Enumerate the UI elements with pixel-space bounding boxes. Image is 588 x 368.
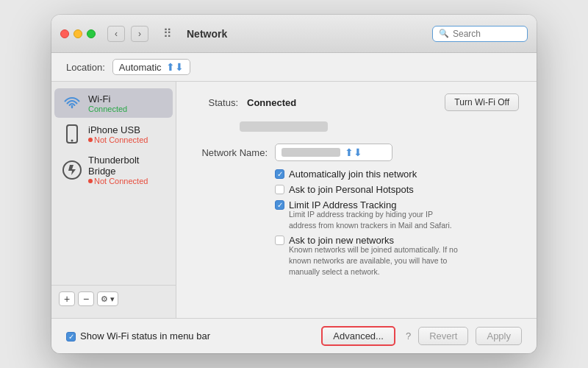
thunderbolt-item-text: Thunderbolt Bridge Not Connected — [88, 155, 165, 185]
advanced-button[interactable]: Advanced... — [321, 326, 395, 346]
chevron-icon: ⬆⬇ — [166, 61, 184, 73]
auto-join-checkbox[interactable]: ✓ — [275, 169, 284, 179]
traffic-lights — [60, 29, 96, 38]
personal-hotspots-label: Ask to join Personal Hotspots — [289, 184, 414, 195]
turn-wifi-off-button[interactable]: Turn Wi-Fi Off — [445, 93, 519, 111]
minimize-button[interactable] — [74, 29, 82, 38]
remove-network-button[interactable]: − — [78, 291, 94, 306]
location-label: Location: — [66, 62, 105, 73]
personal-hotspots-checkbox[interactable] — [275, 185, 284, 194]
network-name-field[interactable]: ⬆⬇ — [275, 144, 392, 161]
status-row: Status: Connected Turn Wi-Fi Off — [194, 93, 519, 111]
close-button[interactable] — [60, 29, 69, 38]
search-box[interactable]: 🔍 — [432, 26, 528, 42]
search-input[interactable] — [453, 29, 521, 39]
wifi-name: Wi-Fi — [88, 93, 127, 105]
ask-new-sublabel: Known networks will be joined automatica… — [289, 244, 519, 277]
add-network-button[interactable]: + — [59, 291, 75, 306]
sidebar-item-wifi[interactable]: Wi-Fi Connected — [54, 88, 173, 118]
auto-join-label: Automatically join this network — [289, 169, 417, 180]
location-bar: Location: Automatic ⬆⬇ — [51, 53, 537, 82]
checkbox-personal-hotspots[interactable]: Ask to join Personal Hotspots — [275, 184, 519, 195]
sidebar: Wi-Fi Connected iPhone USB — [51, 82, 176, 318]
ip-row — [240, 121, 519, 136]
apply-button[interactable]: Apply — [476, 327, 522, 345]
search-icon: 🔍 — [439, 29, 449, 38]
limit-ip-sublabel: Limit IP address tracking by hiding your… — [289, 209, 519, 230]
iphone-usb-status: Not Connected — [88, 135, 148, 144]
network-name-label: Network Name: — [194, 147, 268, 158]
main-body: Location: Automatic ⬆⬇ — [51, 53, 537, 353]
network-name-blurred — [282, 148, 340, 157]
status-value: Connected — [247, 97, 296, 108]
disconnected-dot — [88, 138, 93, 142]
svg-rect-2 — [70, 124, 74, 126]
checkbox-ask-new-row: Ask to join new networks Known networks … — [275, 235, 519, 277]
network-name-row: Network Name: ⬆⬇ — [194, 144, 519, 161]
checkbox-personal-hotspots-row: Ask to join Personal Hotspots — [275, 184, 519, 195]
show-status-row[interactable]: ✓ Show Wi-Fi status in menu bar — [66, 330, 210, 342]
network-preferences-window: ‹ › ⠿ Network 🔍 Location: Automatic ⬆⬇ — [51, 15, 537, 353]
ask-new-checkbox[interactable] — [275, 236, 284, 245]
revert-button[interactable]: Revert — [418, 327, 468, 345]
detail-panel: Status: Connected Turn Wi-Fi Off Network… — [176, 82, 537, 318]
help-icon[interactable]: ? — [406, 330, 411, 342]
location-dropdown[interactable]: Automatic ⬆⬇ — [112, 59, 190, 75]
gear-button[interactable]: ⚙ ▾ — [97, 291, 118, 306]
forward-button[interactable]: › — [131, 26, 148, 42]
checkbox-auto-join-row: ✓ Automatically join this network — [275, 169, 519, 180]
sidebar-item-thunderbolt[interactable]: Thunderbolt Bridge Not Connected — [54, 150, 173, 190]
back-button[interactable]: ‹ — [107, 26, 125, 42]
thunderbolt-icon — [62, 160, 82, 180]
maximize-button[interactable] — [87, 29, 96, 38]
network-dropdown-icon: ⬆⬇ — [345, 146, 362, 158]
status-label: Status: — [194, 97, 238, 108]
show-status-label: Show Wi-Fi status in menu bar — [80, 330, 210, 342]
bottom-bar: ✓ Show Wi-Fi status in menu bar Advanced… — [51, 318, 537, 353]
thunderbolt-status: Not Connected — [88, 177, 165, 185]
checkbox-limit-ip-row: ✓ Limit IP Address Tracking Limit IP add… — [275, 199, 519, 230]
wifi-item-text: Wi-Fi Connected — [88, 93, 127, 113]
ip-address-blurred — [240, 121, 328, 132]
titlebar: ‹ › ⠿ Network 🔍 — [51, 15, 537, 53]
iphone-usb-name: iPhone USB — [88, 124, 148, 135]
sidebar-footer: + − ⚙ ▾ — [51, 285, 176, 312]
checkbox-section: ✓ Automatically join this network Ask to… — [275, 169, 519, 277]
grid-icon: ⠿ — [157, 26, 178, 42]
limit-ip-checkbox[interactable]: ✓ — [275, 200, 284, 210]
iphone-icon — [62, 124, 82, 144]
checkbox-auto-join[interactable]: ✓ Automatically join this network — [275, 169, 519, 180]
iphone-usb-item-text: iPhone USB Not Connected — [88, 124, 148, 144]
wifi-icon — [62, 93, 82, 113]
sidebar-item-iphone-usb[interactable]: iPhone USB Not Connected — [54, 119, 173, 149]
wifi-status: Connected — [88, 105, 127, 113]
svg-point-1 — [71, 140, 74, 142]
location-value: Automatic — [119, 62, 162, 73]
body-inner: Wi-Fi Connected iPhone USB — [51, 82, 537, 318]
thunderbolt-name: Thunderbolt Bridge — [88, 155, 165, 177]
show-status-checkbox[interactable]: ✓ — [66, 332, 76, 342]
disconnected-dot-2 — [88, 179, 93, 183]
window-title: Network — [187, 28, 426, 40]
